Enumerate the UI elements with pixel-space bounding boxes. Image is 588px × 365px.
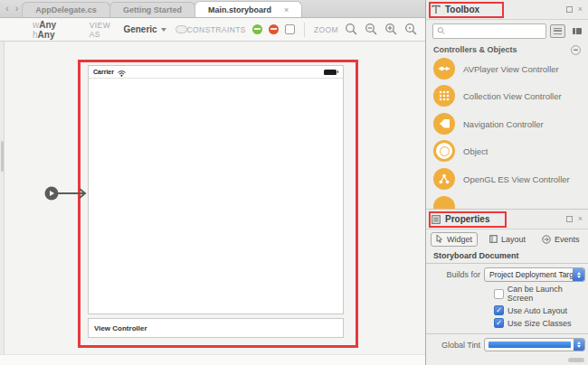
events-icon — [542, 235, 551, 244]
toolbox-search-row — [426, 20, 588, 42]
tab-layout[interactable]: Layout — [485, 233, 530, 246]
tab-getting-started[interactable]: Getting Started — [109, 2, 195, 17]
checkbox-label: Use Size Classes — [507, 319, 572, 328]
list-view-icon — [554, 28, 562, 34]
toolbox-item-collection[interactable]: Collection View Controller — [426, 82, 588, 109]
zoom-out-icon[interactable] — [365, 23, 378, 36]
toolbox-item-avplayer[interactable]: AVPlayer View Controller — [426, 55, 588, 82]
divider — [426, 333, 588, 334]
toolbox-list: AVPlayer View Controller Collection View… — [426, 52, 588, 209]
remove-constraints-icon[interactable] — [269, 24, 279, 34]
section-label: Storyboard Document — [433, 251, 519, 260]
size-classes-checkbox[interactable]: ✓ — [494, 318, 504, 328]
pad-splitter[interactable] — [0, 42, 5, 354]
properties-header: Properties × — [426, 210, 588, 229]
view-controller-frame[interactable]: Carrier — [88, 65, 344, 314]
wrench-icon — [432, 5, 441, 14]
partial-controller-icon — [433, 196, 455, 209]
navigation-icon — [433, 113, 455, 135]
checkbox-label: Use Auto Layout — [507, 306, 567, 315]
back-icon[interactable]: ‹ — [5, 4, 9, 14]
compact-view-button[interactable] — [569, 24, 584, 38]
compact-view-icon — [573, 28, 582, 34]
toolbox-title: Toolbox — [445, 5, 479, 14]
toolbox-item-opengl[interactable]: OpenGL ES View Controller — [426, 165, 588, 192]
tab-label: Layout — [501, 235, 526, 244]
zoom-actual-icon[interactable] — [404, 23, 418, 36]
builds-for-row: Builds for Project Deployment Target — [426, 267, 588, 282]
object-icon — [433, 140, 455, 162]
carrier-label: Carrier — [93, 69, 114, 75]
size-class-w-value: Any — [39, 20, 56, 30]
checkbox-row-size-classes: ✓ Use Size Classes — [494, 318, 588, 328]
zoom-fit-icon[interactable] — [345, 23, 358, 36]
checkbox-row-launch-screen: Can be Launch Screen — [494, 285, 588, 303]
splitter-handle-icon[interactable] — [1, 141, 4, 172]
properties-icon — [432, 215, 441, 224]
zoom-label: ZOOM — [314, 25, 338, 34]
list-view-button[interactable] — [550, 24, 565, 38]
global-tint-row: Global Tint — [426, 338, 588, 351]
update-frames-icon[interactable] — [285, 24, 295, 34]
tab-label: Widget — [447, 235, 472, 244]
properties-panel: Properties × Widget Layout Ev — [426, 209, 588, 365]
close-icon[interactable]: × — [578, 215, 583, 223]
tab-main-storyboard[interactable]: Main.storyboard × — [194, 1, 302, 17]
toolbox-item-navigation[interactable]: Navigation Controller — [426, 110, 588, 137]
view-controller-label-bar[interactable]: View Controller — [88, 318, 344, 338]
tab-appdelegate[interactable]: AppDelegate.cs — [22, 2, 110, 17]
close-icon[interactable]: × — [284, 5, 289, 14]
design-surface[interactable]: Carrier View Controller — [0, 42, 425, 365]
properties-tabs: Widget Layout Events — [426, 229, 588, 248]
app-window: ‹ › AppDelegate.cs Getting Started Main.… — [0, 0, 588, 365]
collection-icon — [433, 85, 455, 107]
global-tint-picker[interactable] — [484, 338, 585, 351]
constraints-label: CONSTRAINTS — [187, 25, 246, 34]
size-class-h-value: Any — [38, 30, 55, 40]
search-icon — [437, 26, 445, 35]
horizontal-scrollbar-track[interactable] — [0, 354, 425, 365]
builds-for-value: Project Deployment Target — [485, 270, 573, 279]
size-class-selector[interactable]: wAny hAny — [33, 20, 73, 40]
search-box[interactable] — [432, 23, 546, 39]
tab-label: AppDelegate.cs — [35, 5, 97, 14]
toolbox-item-partial[interactable] — [426, 193, 588, 209]
toolbar-divider — [304, 23, 305, 37]
avplayer-icon — [433, 58, 455, 80]
builds-for-dropdown[interactable]: Project Deployment Target — [484, 267, 585, 282]
add-constraints-icon[interactable] — [252, 24, 262, 34]
wifi-icon — [118, 64, 126, 80]
toolbox-item-object[interactable]: Object — [426, 137, 588, 164]
toolbox-header: Toolbox × — [426, 0, 588, 20]
launch-screen-checkbox[interactable] — [494, 289, 504, 299]
panel-scrollbar[interactable] — [568, 358, 584, 362]
auto-layout-checkbox[interactable]: ✓ — [494, 305, 504, 315]
toolbox-item-label: Object — [463, 146, 488, 156]
toolbox-item-label: OpenGL ES View Controller — [463, 174, 570, 184]
dock-icon[interactable] — [566, 6, 573, 13]
view-as-dropdown[interactable]: Generic — [123, 24, 166, 34]
tab-label: Events — [555, 235, 580, 244]
ios-status-bar: Carrier — [89, 66, 343, 79]
nav-arrows: ‹ › — [0, 0, 22, 17]
checkbox-label: Can be Launch Screen — [507, 285, 588, 303]
tab-events[interactable]: Events — [537, 233, 584, 246]
device-toggle-icon[interactable] — [175, 25, 187, 33]
tab-widget[interactable]: Widget — [431, 232, 478, 247]
document-tab-bar: ‹ › AppDelegate.cs Getting Started Main.… — [0, 0, 425, 18]
zoom-in-icon[interactable] — [384, 23, 398, 36]
chevron-down-icon — [161, 28, 166, 32]
opengl-icon — [433, 168, 455, 190]
popup-stepper-icon — [573, 268, 584, 281]
forward-icon[interactable]: › — [15, 4, 19, 14]
dock-icon[interactable] — [566, 216, 573, 222]
search-input[interactable] — [445, 26, 542, 35]
view-as-value: Generic — [123, 24, 156, 34]
toolbox-item-label: Navigation Controller — [463, 119, 544, 129]
right-panel: Toolbox × Controllers & Objects − — [425, 0, 588, 365]
builds-for-label: Builds for — [426, 270, 480, 279]
layout-icon — [489, 235, 498, 243]
close-icon[interactable]: × — [578, 5, 583, 14]
checkbox-row-auto-layout: ✓ Use Auto Layout — [494, 305, 588, 315]
initial-view-controller-arrow[interactable] — [36, 182, 92, 208]
